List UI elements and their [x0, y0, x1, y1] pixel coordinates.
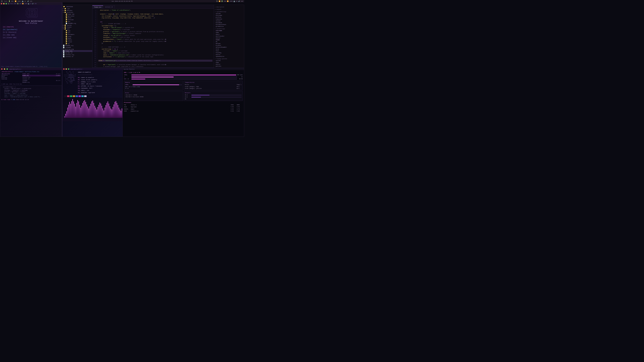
ft-desktop-png[interactable]: 🖼 desktop.png	[62, 48, 92, 50]
rp-defaultroamdir[interactable]: defaultRoamDir	[214, 46, 244, 48]
ft-git2[interactable]: 📁 git	[62, 32, 92, 33]
rp-spawneditor[interactable]: spawnEditor	[214, 55, 244, 57]
code-content[interactable]: description = "Flake of LibrePhoenix"; o…	[97, 8, 214, 67]
color-block-3	[70, 95, 72, 97]
min-nf[interactable]	[66, 68, 67, 70]
wm-icon: ⬛	[1, 0, 3, 2]
link-search[interactable]: [o] [Search]	[3, 26, 59, 28]
ft-readme-root[interactable]: 📄 README.org	[62, 44, 92, 46]
network-title: Network	[185, 92, 242, 94]
rp-system[interactable]: system	[214, 12, 244, 14]
vis-bar-16	[80, 108, 81, 118]
file-install-sh[interactable]: install.sh	[22, 78, 60, 80]
rp-username[interactable]: username	[214, 30, 244, 31]
ft-app[interactable]: 📁 app	[62, 30, 92, 32]
rp-editor2[interactable]: editor	[214, 54, 244, 55]
ft-patches[interactable]: ▶📁 patches	[62, 9, 92, 11]
ft-wm[interactable]: 📁 wm	[62, 43, 92, 44]
horizontal-splitter	[0, 68, 244, 68]
file-selected[interactable]: flake.nix2.26 K	[22, 75, 60, 76]
rp-name[interactable]: name	[214, 31, 244, 33]
ft-user[interactable]: ▼📁 user	[62, 28, 92, 30]
ft-license[interactable]: 📄 LICENSE	[62, 46, 92, 48]
code-snippet-q3: systemSettings = { system = "x86_64-linu…	[0, 86, 62, 98]
proc-5186-pid: 5186	[124, 110, 131, 112]
ft-profiles[interactable]: ▼📁 profiles	[62, 11, 92, 13]
rp-locale[interactable]: locale	[214, 20, 244, 22]
rp-bootmountpath[interactable]: bootMountPath	[214, 24, 244, 25]
file-install-org[interactable]: install.org	[22, 76, 60, 78]
ft-install-org[interactable]: 📄 install.org	[62, 54, 92, 56]
ft-worklab[interactable]: 📁 worklab	[62, 19, 92, 21]
minimize-dot[interactable]	[3, 3, 4, 4]
rp-wmtype[interactable]: wmType	[214, 42, 244, 44]
close-nf[interactable]	[63, 68, 64, 70]
file-readme[interactable]: README.org	[22, 81, 60, 83]
tab-flake-nix[interactable]: flake.nix	[92, 5, 103, 8]
rp-np-system[interactable]: system	[214, 60, 244, 61]
ft-work[interactable]: 📁 work	[62, 17, 92, 19]
close-dot-q3[interactable]	[1, 68, 2, 70]
ft-style[interactable]: 📁 style	[62, 41, 92, 43]
rp-browser[interactable]: browser	[214, 44, 244, 46]
maximize-dot[interactable]	[6, 3, 7, 4]
cpu-bar-row-2: 1 11	[124, 76, 243, 78]
rp-np-patches[interactable]: patches	[214, 65, 244, 67]
ft-hardware[interactable]: 📁 hardware	[62, 33, 92, 35]
rp-fontpkg[interactable]: fontPkg	[214, 52, 244, 54]
rp-email[interactable]: email	[214, 33, 244, 35]
link-closetab[interactable]: [x] [Close tab]	[3, 36, 59, 39]
disk-row-2: /dev/dm-0 /nix/store 963GB	[125, 96, 182, 98]
ft-themes[interactable]: ▶📁 themes	[62, 26, 92, 28]
rp-profile[interactable]: profile	[214, 16, 244, 18]
vis-bar-19	[83, 101, 84, 118]
bottom-right-window: emmet@snowfire:~ \\ /\\ // \\/ \/ / ::::…	[62, 68, 244, 137]
file-license[interactable]: LICENSE34.2 K	[22, 80, 60, 81]
rp-theme[interactable]: theme	[214, 39, 244, 41]
ft-shell[interactable]: 📁 shell	[62, 39, 92, 41]
cpu-bar-fill-1	[132, 75, 236, 75]
link-history[interactable]: [S h] [History]	[3, 31, 59, 34]
tab-install-sh[interactable]: install.sh	[103, 5, 115, 8]
ft-readme-profiles[interactable]: 📄 README.org	[62, 22, 92, 24]
rp-timezone[interactable]: timezone	[214, 18, 244, 20]
file-tree[interactable]: 📁 .dotfiles ▶📁 .git ▶📁 patches ▼📁 profil…	[62, 5, 92, 70]
ft-harden-sh[interactable]: 📄 harden.sh	[62, 52, 92, 54]
rp-section-usersettings: ▾ userSettings	[214, 28, 244, 30]
neofetch-details: WE| emmet @ snowfire OS: nixos 24.05 (ua…	[78, 77, 102, 94]
rp-grubdevice[interactable]: grubDevice	[214, 25, 244, 27]
ft-wsl[interactable]: 📁 wsl	[62, 21, 92, 22]
link-newtab[interactable]: [t] [New tab]	[3, 34, 59, 36]
ft-homelab[interactable]: 📁 home lab	[62, 13, 92, 15]
rp-font[interactable]: font	[214, 50, 244, 52]
vis-bar-20	[84, 100, 85, 118]
status-tech: Tech	[4, 0, 7, 2]
proc-5186-name: pipewire-pu	[131, 110, 230, 112]
ft-install-sh[interactable]: 📄 install.sh	[62, 56, 92, 57]
rp-wm[interactable]: wm	[214, 41, 244, 42]
ft-personal[interactable]: 📁 personal	[62, 15, 92, 17]
min-dot-q3[interactable]	[4, 68, 5, 70]
max-dot-q3[interactable]	[6, 68, 8, 70]
ft-pkgs[interactable]: 📁 pkgs	[62, 37, 92, 39]
max-nf[interactable]	[68, 68, 69, 70]
ft-lang[interactable]: 📁 lang	[62, 35, 92, 37]
link-quickmarks[interactable]: [b] [Quickmarks]	[3, 28, 59, 31]
rp-bootmode[interactable]: bootMode	[214, 22, 244, 24]
top-bar-right: ⬛ 📶 🔋 20% 📶 100% 💻 2S 🔊 10S	[216, 0, 243, 2]
rp-hostname[interactable]: hostname	[214, 14, 244, 16]
close-dot[interactable]	[1, 3, 2, 4]
ft-system[interactable]: ▶📁 system	[62, 24, 92, 26]
browser-content: ╭───────────────╮ / ╭──────────╮ \ | / ╭…	[0, 5, 62, 40]
rp-dotfilesdir[interactable]: dotfilesDir	[214, 35, 244, 37]
ft-git[interactable]: ▶📁 .git	[62, 8, 92, 9]
fm-breadcrumb: Tmp-Settings Documents Music External In…	[2, 73, 21, 83]
vis-bar-27	[92, 101, 92, 118]
rp-np-editor[interactable]: editor	[214, 63, 244, 65]
proc-559631-mem: 0.7%	[237, 108, 243, 110]
rp-editor[interactable]: editor	[214, 37, 244, 39]
ft-flake-nix[interactable]: 📄 flake.nix	[62, 50, 92, 52]
rp-term[interactable]: term	[214, 48, 244, 50]
rp-np-name[interactable]: name	[214, 61, 244, 63]
color-palette	[62, 95, 122, 98]
